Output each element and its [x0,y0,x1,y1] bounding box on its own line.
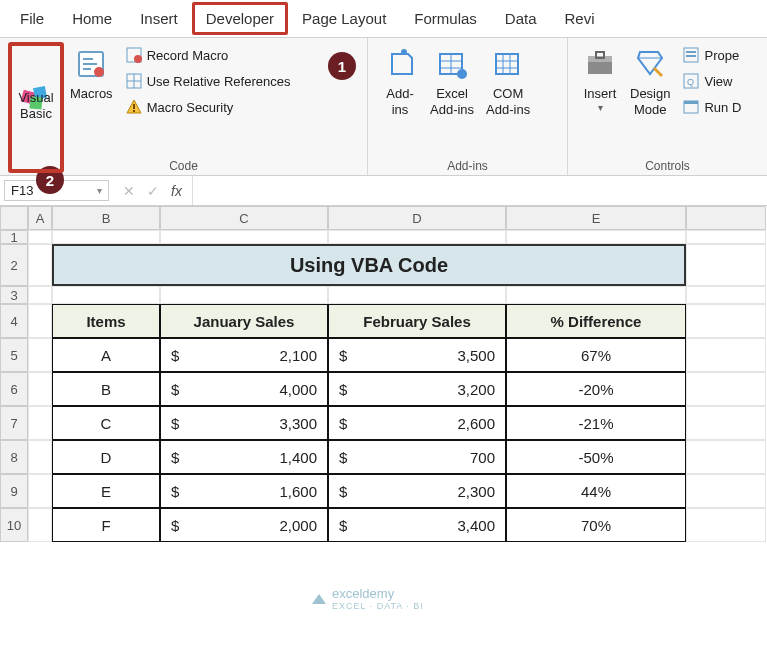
macro-security-button[interactable]: Macro Security [123,96,293,118]
properties-button[interactable]: Prope [680,44,743,66]
currency-symbol: $ [171,381,179,398]
com-addins-icon [490,46,526,82]
view-code-label: View [704,74,732,89]
record-macro-button[interactable]: Record Macro [123,44,293,66]
cell-item[interactable]: C [52,406,160,440]
cell-jan[interactable]: $1,600 [160,474,328,508]
cell-feb[interactable]: $2,300 [328,474,506,508]
tab-developer[interactable]: Developer [192,2,288,35]
group-controls-label: Controls [568,159,767,173]
toolbox-icon [582,46,618,82]
tab-review[interactable]: Revi [551,2,609,35]
addins-button[interactable]: Add- ins [376,42,424,173]
row-header-7[interactable]: 7 [0,406,28,440]
row-header-5[interactable]: 5 [0,338,28,372]
insert-control-button[interactable]: Insert ▾ [576,42,624,173]
row-header-2[interactable]: 2 [0,244,28,286]
ribbon-tabs: File Home Insert Developer Page Layout F… [0,0,767,38]
row-header-9[interactable]: 9 [0,474,28,508]
cell-jan[interactable]: $4,000 [160,372,328,406]
cancel-formula-icon[interactable]: ✕ [123,183,135,199]
design-mode-button[interactable]: Design Mode [624,42,676,173]
title-cell[interactable]: Using VBA Code [52,244,686,286]
cell-jan[interactable]: $3,300 [160,406,328,440]
header-diff[interactable]: % Difference [506,304,686,338]
cell-diff[interactable]: 44% [506,474,686,508]
currency-symbol: $ [171,483,179,500]
cell-item[interactable]: A [52,338,160,372]
addins-label: Add- ins [386,86,413,117]
tab-page-layout[interactable]: Page Layout [288,2,400,35]
ribbon: Visual Basic Macros Record Macro Use Rel… [0,38,767,176]
record-macro-label: Record Macro [147,48,229,63]
cell-jan[interactable]: $2,100 [160,338,328,372]
header-feb[interactable]: February Sales [328,304,506,338]
row-header-10[interactable]: 10 [0,508,28,542]
col-header-f[interactable] [686,206,766,230]
tab-home[interactable]: Home [58,2,126,35]
cell-diff[interactable]: -50% [506,440,686,474]
fx-icon[interactable]: fx [171,183,182,199]
run-dialog-button[interactable]: Run D [680,96,743,118]
svg-point-9 [134,55,142,63]
insert-control-label: Insert [584,86,617,102]
design-mode-icon [632,46,668,82]
header-items[interactable]: Items [52,304,160,338]
macros-button[interactable]: Macros [64,42,119,173]
svg-rect-14 [133,104,135,109]
watermark-brand: exceldemy [332,586,424,601]
tab-data[interactable]: Data [491,2,551,35]
cell-item[interactable]: F [52,508,160,542]
col-header-d[interactable]: D [328,206,506,230]
cell-value: 2,600 [457,415,495,432]
cell-feb[interactable]: $2,600 [328,406,506,440]
row-header-1[interactable]: 1 [0,230,28,244]
cell-diff[interactable]: -20% [506,372,686,406]
formula-bar-row: F13 ▾ ✕ ✓ fx [0,176,767,206]
col-header-e[interactable]: E [506,206,686,230]
visual-basic-label: Visual Basic [18,90,53,121]
use-relative-references-button[interactable]: Use Relative References [123,70,293,92]
row-header-4[interactable]: 4 [0,304,28,338]
cell-feb[interactable]: $700 [328,440,506,474]
worksheet: A B C D E 1 2 Using VBA Code 3 4 Items J… [0,206,767,542]
visual-basic-button[interactable]: Visual Basic [8,42,64,173]
cell-feb[interactable]: $3,200 [328,372,506,406]
cell-diff[interactable]: 70% [506,508,686,542]
tab-file[interactable]: File [6,2,58,35]
cell-jan[interactable]: $1,400 [160,440,328,474]
tab-insert[interactable]: Insert [126,2,192,35]
col-header-a[interactable]: A [28,206,52,230]
group-code-label: Code [0,159,367,173]
cell-feb[interactable]: $3,500 [328,338,506,372]
enter-formula-icon[interactable]: ✓ [147,183,159,199]
formula-input[interactable] [192,176,767,205]
svg-point-16 [401,49,407,55]
cell-diff[interactable]: -21% [506,406,686,440]
cell-value: 2,000 [279,517,317,534]
cell-value: 3,300 [279,415,317,432]
record-macro-icon [125,46,143,64]
com-addins-button[interactable]: COM Add-ins [480,42,536,173]
col-header-b[interactable]: B [52,206,160,230]
view-code-button[interactable]: Q View [680,70,743,92]
cell-item[interactable]: E [52,474,160,508]
cell-value: 1,600 [279,483,317,500]
cell-jan[interactable]: $2,000 [160,508,328,542]
tab-formulas[interactable]: Formulas [400,2,491,35]
col-header-c[interactable]: C [160,206,328,230]
row-header-3[interactable]: 3 [0,286,28,304]
excel-addins-button[interactable]: Excel Add-ins [424,42,480,173]
run-dialog-label: Run D [704,100,741,115]
view-code-icon: Q [682,72,700,90]
row-header-8[interactable]: 8 [0,440,28,474]
cell-item[interactable]: B [52,372,160,406]
watermark: exceldemy EXCEL · DATA · BI [310,586,424,611]
select-all-corner[interactable] [0,206,28,230]
header-jan[interactable]: January Sales [160,304,328,338]
cell-diff[interactable]: 67% [506,338,686,372]
cell-value: 3,200 [457,381,495,398]
cell-item[interactable]: D [52,440,160,474]
row-header-6[interactable]: 6 [0,372,28,406]
cell-feb[interactable]: $3,400 [328,508,506,542]
